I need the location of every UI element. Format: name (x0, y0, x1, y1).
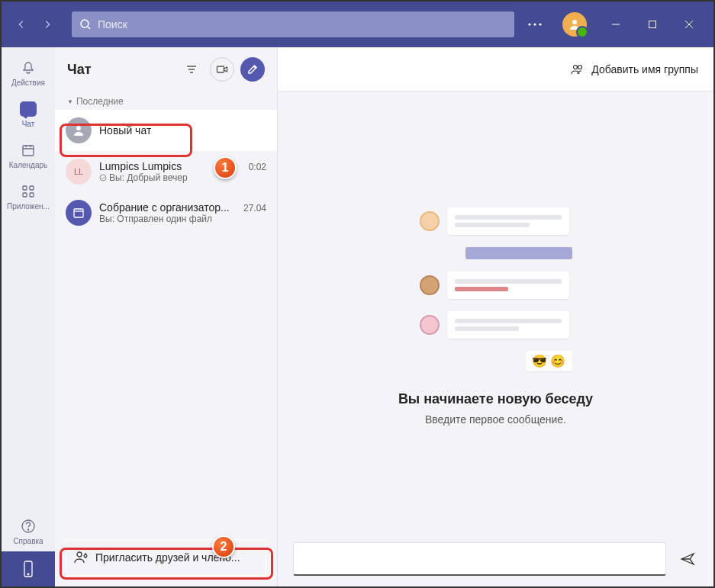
compose-icon (246, 63, 259, 76)
chat-icon (19, 100, 37, 118)
svg-point-20 (84, 554, 87, 557)
rail-label: Справка (13, 537, 43, 545)
svg-rect-18 (74, 209, 83, 217)
main-area: Добавить имя группы 😎 😊 Вы начинаете нов… (278, 47, 713, 586)
message-input[interactable] (293, 542, 666, 576)
svg-point-1 (528, 23, 530, 25)
new-chat-button[interactable] (240, 57, 265, 82)
sent-icon (99, 174, 107, 182)
rail-activity[interactable]: Действия (2, 52, 54, 93)
rail-label: Действия (11, 79, 45, 87)
compose-area (293, 542, 698, 576)
calendar-avatar-icon (66, 200, 92, 226)
person-icon (568, 18, 581, 31)
rail-help[interactable]: Справка (2, 510, 54, 551)
svg-rect-10 (30, 193, 34, 197)
more-button[interactable] (520, 9, 550, 40)
rail-label: Приложен... (7, 202, 50, 210)
titlebar: Поиск (2, 2, 713, 47)
rail-label: Календарь (9, 161, 47, 169)
add-group-name-button[interactable]: Добавить имя группы (570, 63, 698, 76)
avatar: LL (66, 159, 92, 185)
filter-icon (185, 63, 198, 76)
chat-name: Собрание с организатор... (99, 201, 230, 214)
svg-point-21 (574, 65, 578, 69)
rail-chat[interactable]: Чат (2, 93, 54, 134)
send-button[interactable] (677, 548, 698, 570)
send-icon (680, 551, 695, 567)
chat-name: Новый чат (99, 124, 151, 137)
rail-apps[interactable]: Приложен... (2, 175, 54, 217)
svg-point-17 (100, 175, 106, 181)
chat-list-header: Чат (55, 47, 277, 92)
left-rail: Действия Чат Календарь Приложен... Справ… (2, 47, 55, 586)
svg-point-16 (76, 126, 81, 130)
chat-time: 27.04 (243, 203, 266, 214)
illustration: 😎 😊 (420, 207, 572, 371)
meet-button[interactable] (210, 57, 234, 82)
back-button[interactable] (9, 12, 34, 37)
group-icon (570, 63, 585, 76)
svg-point-19 (77, 552, 82, 557)
chat-item[interactable]: Собрание с организатор... 27.04 Вы: Отпр… (55, 192, 277, 233)
annotation-badge: 1 (214, 156, 237, 179)
chat-time: 0:02 (249, 162, 266, 172)
svg-rect-15 (217, 66, 224, 72)
filter-button[interactable] (179, 57, 204, 82)
chat-list-title: Чат (67, 62, 173, 78)
add-group-label: Добавить имя группы (591, 63, 698, 76)
svg-point-12 (27, 529, 28, 529)
chat-preview-text: Вы: Отправлен один файл (99, 214, 266, 224)
invite-button[interactable]: Пригласить друзей и члено... (66, 539, 266, 576)
svg-point-14 (27, 574, 29, 575)
svg-point-4 (572, 20, 577, 24)
invite-icon (74, 551, 89, 564)
section-label-text: Последние (76, 96, 124, 107)
maximize-button[interactable] (636, 9, 669, 40)
search-input[interactable]: Поиск (72, 11, 514, 37)
svg-point-22 (578, 65, 582, 69)
svg-rect-5 (649, 21, 656, 28)
chat-item-new[interactable]: Новый чат (55, 110, 277, 151)
section-recent[interactable]: ▼ Последние (55, 92, 277, 110)
rail-label: Чат (22, 120, 35, 128)
empty-state: 😎 😊 Вы начинаете новую беседу Введите пе… (278, 92, 713, 586)
svg-rect-7 (23, 186, 27, 190)
apps-icon (19, 182, 37, 201)
chat-item[interactable]: LL Lumpics Lumpics 0:02 Вы: Добрый вечер (55, 151, 277, 192)
rail-calendar[interactable]: Календарь (2, 134, 54, 175)
chevron-down-icon: ▼ (67, 98, 73, 105)
mobile-icon (22, 561, 34, 577)
rail-mobile-button[interactable] (2, 551, 55, 586)
svg-point-0 (81, 20, 89, 27)
empty-heading: Вы начинаете новую беседу (398, 391, 593, 407)
calendar-icon (19, 141, 37, 159)
titlebar-right (520, 9, 706, 40)
minimize-button[interactable] (599, 9, 633, 40)
bell-icon (19, 59, 37, 77)
search-icon (79, 18, 92, 31)
nav-arrows (9, 12, 60, 37)
close-button[interactable] (672, 9, 706, 40)
svg-point-2 (533, 23, 536, 25)
chat-name: Lumpics Lumpics (99, 160, 182, 172)
svg-rect-6 (23, 146, 34, 156)
forward-button[interactable] (35, 12, 60, 37)
svg-point-3 (539, 23, 541, 25)
profile-avatar[interactable] (562, 12, 587, 37)
search-placeholder: Поиск (98, 18, 127, 31)
empty-subtext: Введите первое сообщение. (425, 413, 566, 426)
video-icon (216, 63, 228, 76)
help-icon (19, 517, 37, 535)
conversation-header: Добавить имя группы (278, 47, 713, 92)
chat-list-panel: Чат ▼ Последние Новый чат LL Lumpics Lum… (55, 47, 278, 586)
svg-rect-9 (23, 193, 27, 197)
person-icon (66, 117, 92, 143)
annotation-badge: 2 (212, 535, 235, 558)
svg-rect-8 (30, 186, 34, 190)
chat-preview-text: Вы: Добрый вечер (109, 172, 188, 183)
